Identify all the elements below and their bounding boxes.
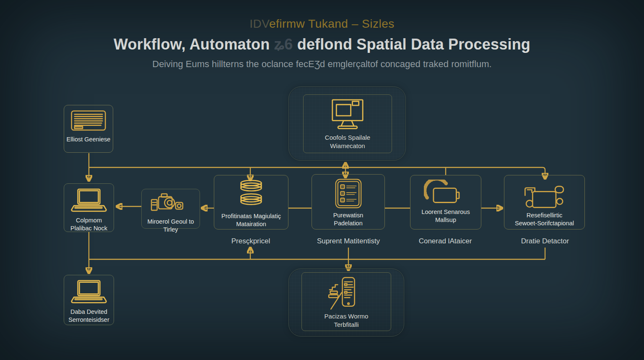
node-elliost-geeniese: Elliost Geeniese	[64, 105, 113, 153]
node-label-line1: Loorent Senarous	[421, 208, 470, 216]
node-resefisellirtic-truck: Resefisellirtic Sewoet-Sorifctapional	[504, 175, 585, 230]
node-label: Elliost Geeniese	[67, 136, 111, 143]
node-label-line2: Matairation	[221, 220, 281, 228]
node-label-line2: Mallsup	[421, 216, 470, 224]
node-label-line2: Plalibac Nock	[70, 224, 107, 232]
desktop-monitor-icon	[327, 98, 368, 132]
laptop-icon	[68, 279, 110, 305]
sublabel-dratie-detactor: Dratie Detactor	[503, 237, 587, 245]
node-profitinatas-database: Profitinatas Magiulatiç Matairation	[214, 175, 288, 230]
node-label-line2: Padelation	[333, 219, 364, 227]
scanner-device-icon	[424, 180, 467, 206]
truck-icon	[520, 180, 569, 209]
smartphone-icon	[325, 276, 368, 310]
camera-gear-icon	[148, 192, 194, 215]
node-label-line2: Sewoet-Sorifctapional	[515, 219, 574, 227]
top-center-container: Coofols Spailale Wiamecaton	[288, 86, 406, 161]
document-lines-icon	[70, 110, 107, 133]
node-label-line1: Colpmom	[70, 217, 107, 224]
sublabel-suprent-matitentisty: Suprent Matitentisty	[296, 237, 401, 245]
sublabel-presckpricel: Presçkpricel	[209, 237, 293, 245]
laptop-icon	[68, 188, 110, 214]
node-purewatisn-checklist: Purewatisn Padelation	[312, 174, 385, 230]
node-daba-devited-laptop: Daba Devited Serronteisidser	[64, 275, 114, 325]
node-label-line2: Tirley	[147, 226, 194, 234]
node-label-line1: Resefisellirtic	[515, 211, 574, 219]
node-label-line1: Daba Devited	[68, 308, 109, 316]
node-miroerol-camera: Miroerol Geoul to Tirley	[141, 189, 200, 229]
diagram-canvas: IDVefirmw Tukand – Sizles Workflow, Auto…	[0, 0, 644, 360]
node-label-line1: Purewatisn	[333, 211, 364, 219]
database-icon	[236, 180, 266, 210]
bottom-center-container: Pacizas Wormo Terbfitalli	[288, 269, 404, 337]
node-colpmom-laptop: Colpmom Plalibac Nock	[64, 183, 114, 232]
node-label-line1: Miroerol Geoul to	[147, 218, 194, 226]
node-label-line2: Wiamecaton	[325, 142, 370, 150]
node-label-line1: Pacizas Wormo	[325, 312, 369, 321]
node-label-line2: Serronteisidser	[68, 316, 109, 324]
node-label-line1: Coofols Spailale	[325, 133, 370, 142]
node-label-line2: Terbfitalli	[325, 321, 369, 329]
node-label-line1: Profitinatas Magiulatiç	[221, 212, 281, 220]
checklist-icon	[333, 179, 364, 209]
node-coofols-workstation: Coofols Spailale Wiamecaton	[303, 94, 392, 153]
node-loorent-device: Loorent Senarous Mallsup	[410, 175, 481, 230]
sublabel-conerad-lataicer: Conerad lAtaicer	[403, 237, 487, 245]
node-pacizas-phone: Pacizas Wormo Terbfitalli	[301, 272, 391, 331]
